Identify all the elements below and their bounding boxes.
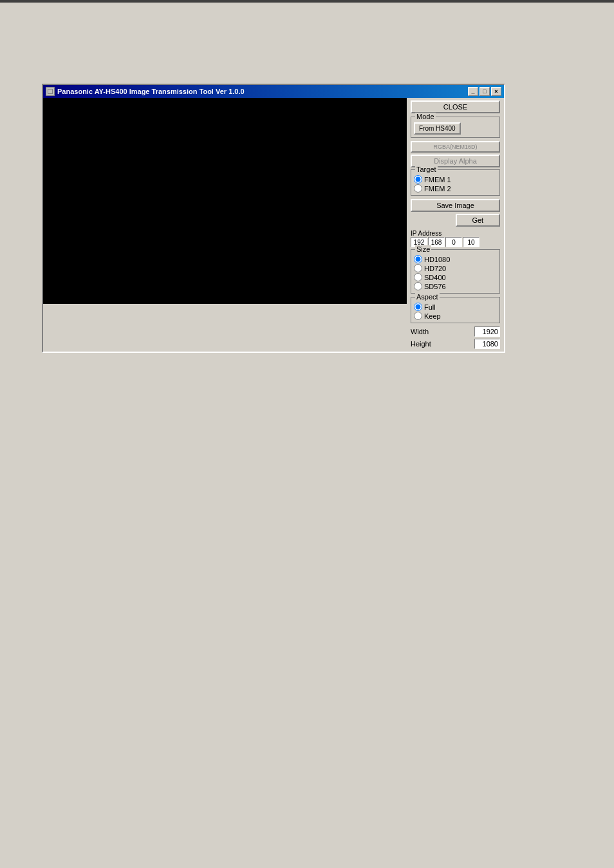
window-title: Panasonic AY-HS400 Image Transmission To… <box>57 88 245 95</box>
size-radio-group: HD1080 HD720 SD400 SD576 <box>414 255 497 290</box>
width-label: Width <box>411 328 429 335</box>
get-button[interactable]: Get <box>456 214 501 227</box>
fmem1-radio[interactable] <box>414 175 422 184</box>
window-close-button[interactable]: × <box>491 87 501 96</box>
close-button[interactable]: CLOSE <box>411 100 500 113</box>
sd576-radio[interactable] <box>414 282 422 290</box>
window-content: CLOSE Mode From HS400 RGBA(NEM16D) Displ… <box>43 98 504 352</box>
hd1080-label: HD1080 <box>424 256 450 263</box>
mode-label: Mode <box>415 113 436 120</box>
top-border <box>0 0 614 3</box>
width-field[interactable] <box>474 326 500 337</box>
full-option[interactable]: Full <box>414 303 497 311</box>
fmem1-label: FMEM 1 <box>424 176 451 184</box>
hd720-label: HD720 <box>424 265 446 272</box>
preview-area <box>43 98 407 304</box>
height-label: Height <box>411 340 431 348</box>
target-group: Target FMEM 1 FMEM 2 <box>411 169 500 196</box>
width-row: Width <box>411 326 500 337</box>
size-label: Size <box>415 245 431 253</box>
aspect-radio-group: Full Keep <box>414 303 497 320</box>
restore-button[interactable]: □ <box>479 87 490 96</box>
aspect-group: Aspect Full Keep <box>411 297 500 323</box>
fmem2-label: FMEM 2 <box>424 185 451 193</box>
right-panel: CLOSE Mode From HS400 RGBA(NEM16D) Displ… <box>407 98 504 352</box>
sd400-label: SD400 <box>424 274 446 281</box>
title-bar-left: Panasonic AY-HS400 Image Transmission To… <box>46 87 245 96</box>
from-hs400-button[interactable]: From HS400 <box>414 122 461 135</box>
minimize-button[interactable]: _ <box>468 87 478 96</box>
sd400-option[interactable]: SD400 <box>414 273 497 281</box>
ip-field-4[interactable] <box>463 237 479 247</box>
title-bar: Panasonic AY-HS400 Image Transmission To… <box>43 85 504 98</box>
save-image-button[interactable]: Save Image <box>411 199 500 212</box>
app-icon <box>46 87 55 96</box>
full-radio[interactable] <box>414 303 422 311</box>
height-field[interactable] <box>474 339 500 349</box>
ip-address-label: IP Address <box>411 230 500 237</box>
ip-field-3[interactable] <box>445 237 462 247</box>
sd576-option[interactable]: SD576 <box>414 282 497 290</box>
fmem2-option[interactable]: FMEM 2 <box>414 184 497 193</box>
height-row: Height <box>411 339 500 349</box>
target-label: Target <box>415 165 438 173</box>
main-window: Panasonic AY-HS400 Image Transmission To… <box>42 84 505 353</box>
keep-label: Keep <box>424 312 441 320</box>
svg-rect-1 <box>48 90 52 93</box>
hd1080-option[interactable]: HD1080 <box>414 255 497 263</box>
size-group: Size HD1080 HD720 SD400 <box>411 249 500 294</box>
target-radio-group: FMEM 1 FMEM 2 <box>414 175 497 193</box>
ip-address-section: IP Address <box>411 230 500 247</box>
title-bar-buttons: _ □ × <box>468 87 501 96</box>
hd720-option[interactable]: HD720 <box>414 264 497 272</box>
mode-group: Mode From HS400 <box>411 117 500 138</box>
hd720-radio[interactable] <box>414 264 422 272</box>
sd400-radio[interactable] <box>414 273 422 281</box>
full-label: Full <box>424 303 436 311</box>
fmem2-radio[interactable] <box>414 184 422 193</box>
page-background: Panasonic AY-HS400 Image Transmission To… <box>0 0 614 868</box>
aspect-label: Aspect <box>415 293 440 301</box>
rgba-button[interactable]: RGBA(NEM16D) <box>411 141 500 153</box>
hd1080-radio[interactable] <box>414 255 422 263</box>
sd576-label: SD576 <box>424 283 446 290</box>
fmem1-option[interactable]: FMEM 1 <box>414 175 497 184</box>
keep-radio[interactable] <box>414 312 422 320</box>
keep-option[interactable]: Keep <box>414 312 497 320</box>
